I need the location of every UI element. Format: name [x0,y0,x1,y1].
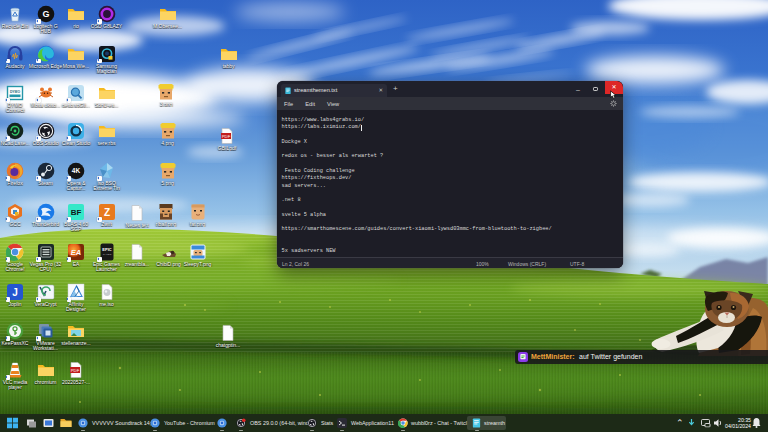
svg-text:DYMO: DYMO [10,90,21,94]
svg-text:EPIC: EPIC [102,247,111,252]
svg-text:J: J [12,287,18,298]
svg-text:Z: Z [103,207,109,218]
svg-text:GAMES: GAMES [102,253,111,256]
svg-text:G: G [42,9,49,19]
svg-text:PDF: PDF [71,368,80,373]
svg-text:PDF: PDF [222,134,231,139]
svg-text:4K: 4K [72,167,81,174]
svg-text:BF: BF [71,208,82,217]
svg-text:EA: EA [71,248,81,257]
